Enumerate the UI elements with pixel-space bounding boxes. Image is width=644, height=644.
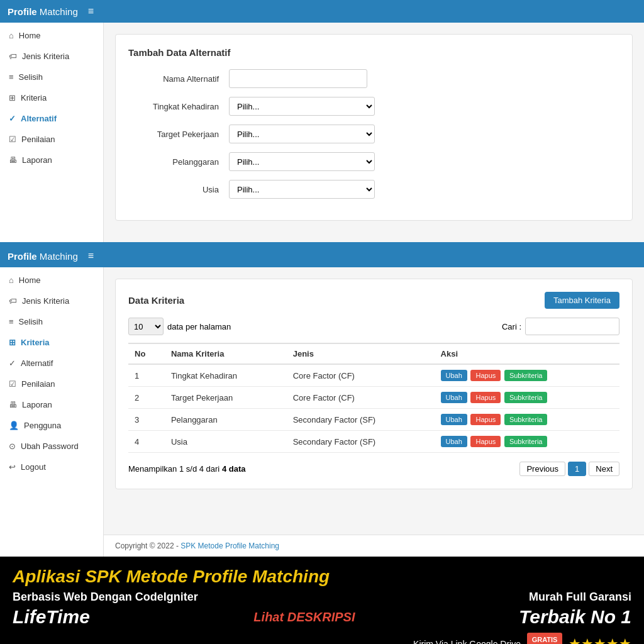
grid-icon-top: ⊞	[9, 93, 16, 103]
pagination-page-1[interactable]: 1	[568, 462, 586, 476]
label-pelanggaran: Pelanggaran	[128, 157, 229, 167]
cell-jenis: Core Factor (CF)	[287, 387, 435, 409]
cell-no: 4	[128, 431, 165, 453]
sidebar-item-home-top[interactable]: ⌂ Home	[0, 25, 103, 46]
table-controls-left: 10 data per halaman	[128, 318, 231, 335]
cell-aksi: Ubah Hapus Subkriteria	[435, 431, 619, 453]
banner-deskripsi[interactable]: Lihat DESKRIPSI	[253, 610, 355, 625]
sidebar-item-home-bottom[interactable]: ⌂ Home	[0, 270, 103, 291]
col-jenis: Jenis	[287, 343, 435, 364]
pagination-previous[interactable]: Previous	[519, 462, 565, 476]
bottom-section: Profile Matching ≡ ⌂ Home 🏷 Jenis Kriter…	[0, 245, 644, 557]
hamburger-top[interactable]: ≡	[88, 6, 94, 17]
home-icon-bottom: ⌂	[9, 275, 14, 285]
sidebar-item-selisih-bottom[interactable]: ≡ Selisih	[0, 311, 103, 332]
sidebar-item-alternatif-bottom[interactable]: ✓ Alternatif	[0, 353, 103, 374]
select-pelanggaran[interactable]: Pilih...	[229, 152, 375, 171]
tag-icon-bottom: 🏷	[9, 296, 17, 306]
sidebar-item-laporan-bottom[interactable]: 🖶 Laporan	[0, 394, 103, 415]
form-group-target: Target Pekerjaan Pilih...	[128, 125, 619, 143]
search-input[interactable]	[525, 318, 619, 335]
banner: Aplikasi SPK Metode Profile Matching Ber…	[0, 557, 644, 644]
bottom-app-container: ⌂ Home 🏷 Jenis Kriteria ≡ Selisih ⊞ Krit…	[0, 267, 644, 557]
checkbox-icon-bottom: ☑	[9, 379, 16, 389]
sidebar-item-kriteria-bottom[interactable]: ⊞ Kriteria	[0, 332, 103, 353]
subkriteria-button[interactable]: Subkriteria	[504, 436, 548, 447]
tambah-kriteria-button[interactable]: Tambah Kriteria	[545, 292, 619, 309]
pagination-next[interactable]: Next	[589, 462, 619, 476]
check-icon-top: ✓	[9, 114, 16, 123]
cell-aksi: Ubah Hapus Subkriteria	[435, 409, 619, 431]
cell-no: 3	[128, 409, 165, 431]
cell-no: 1	[128, 364, 165, 387]
cell-no: 2	[128, 387, 165, 409]
select-tingkat-kehadiran[interactable]: Pilih...	[229, 97, 375, 116]
table-row: 4 Usia Secondary Factor (SF) Ubah Hapus …	[128, 431, 619, 453]
banner-title: Aplikasi SPK Metode Profile Matching	[13, 567, 631, 587]
bottom-main-content: Data Kriteria Tambah Kriteria 10 data pe…	[104, 267, 644, 535]
sidebar-item-laporan-top[interactable]: 🖶 Laporan	[0, 150, 103, 170]
card-header: Data Kriteria Tambah Kriteria	[128, 292, 619, 309]
subkriteria-button[interactable]: Subkriteria	[504, 414, 548, 425]
cell-nama: Tingkat Kehadiran	[165, 364, 287, 387]
bottom-navbar: Profile Matching ≡	[0, 245, 644, 267]
ubah-button[interactable]: Ubah	[441, 414, 467, 425]
cell-jenis: Secondary Factor (SF)	[287, 431, 435, 453]
sidebar-item-penilaian-bottom[interactable]: ☑ Penilaian	[0, 374, 103, 394]
banner-row2: LifeTime Lihat DESKRIPSI Terbaik No 1	[13, 606, 631, 628]
home-icon-top: ⌂	[9, 31, 14, 40]
sidebar-item-jenis-kriteria-bottom[interactable]: 🏷 Jenis Kriteria	[0, 291, 103, 311]
select-usia[interactable]: Pilih...	[229, 180, 375, 199]
print-icon-top: 🖶	[9, 155, 17, 165]
subkriteria-button[interactable]: Subkriteria	[504, 370, 548, 381]
table-row: 2 Target Pekerjaan Core Factor (CF) Ubah…	[128, 387, 619, 409]
select-target-pekerjaan[interactable]: Pilih...	[229, 125, 375, 143]
ubah-button[interactable]: Ubah	[441, 392, 467, 403]
hamburger-bottom[interactable]: ≡	[88, 250, 94, 262]
top-navbar: Profile Matching ≡	[0, 0, 644, 23]
table-row: 1 Tingkat Kehadiran Core Factor (CF) Uba…	[128, 364, 619, 387]
list-icon-top: ≡	[9, 72, 14, 82]
banner-sub1-left: Berbasis Web Dengan CodeIgniter	[13, 591, 198, 604]
kriteria-table: No Nama Kriteria Jenis Aksi 1 Tingkat Ke…	[128, 343, 619, 453]
add-alternatif-card: Tambah Data Alternatif Nama Alternatif T…	[115, 34, 633, 221]
banner-kirim: Kirim Via Link Google Drive	[413, 639, 521, 644]
table-header-row: No Nama Kriteria Jenis Aksi	[128, 343, 619, 364]
bottom-main-wrapper: Data Kriteria Tambah Kriteria 10 data pe…	[104, 267, 644, 557]
sidebar-item-penilaian-top[interactable]: ☑ Penilaian	[0, 129, 103, 150]
data-kriteria-card: Data Kriteria Tambah Kriteria 10 data pe…	[115, 279, 633, 489]
user-icon-bottom: 👤	[9, 421, 19, 430]
form-group-usia: Usia Pilih...	[128, 180, 619, 199]
col-nama-kriteria: Nama Kriteria	[165, 343, 287, 364]
sidebar-item-alternatif-top[interactable]: ✓ Alternatif	[0, 108, 103, 129]
banner-lifetime: LifeTime	[13, 606, 90, 628]
form-group-pelanggaran: Pelanggaran Pilih...	[128, 152, 619, 171]
sidebar-item-pengguna-bottom[interactable]: 👤 Pengguna	[0, 415, 103, 436]
ubah-button[interactable]: Ubah	[441, 370, 467, 381]
data-kriteria-title: Data Kriteria	[128, 295, 184, 306]
per-page-label: data per halaman	[167, 322, 231, 331]
hapus-button[interactable]: Hapus	[470, 414, 501, 425]
subkriteria-button[interactable]: Subkriteria	[504, 392, 548, 403]
sidebar-item-jenis-kriteria-top[interactable]: 🏷 Jenis Kriteria	[0, 46, 103, 67]
hapus-button[interactable]: Hapus	[470, 392, 501, 403]
sidebar-item-logout[interactable]: ↩ Logout	[0, 457, 103, 477]
pagination: Previous 1 Next	[519, 462, 619, 476]
top-app-container: ⌂ Home 🏷 Jenis Kriteria ≡ Selisih ⊞ Krit…	[0, 23, 644, 242]
cell-jenis: Secondary Factor (SF)	[287, 409, 435, 431]
table-controls-right: Cari :	[502, 318, 619, 335]
sidebar-item-kriteria-top[interactable]: ⊞ Kriteria	[0, 87, 103, 108]
brand-top: Profile Matching	[8, 6, 78, 17]
ubah-button[interactable]: Ubah	[441, 436, 467, 447]
table-controls: 10 data per halaman Cari :	[128, 318, 619, 335]
col-no: No	[128, 343, 165, 364]
per-page-select[interactable]: 10	[128, 318, 164, 335]
copyright-link[interactable]: SPK Metode Profile Matching	[180, 541, 279, 550]
sidebar-item-selisih-top[interactable]: ≡ Selisih	[0, 67, 103, 87]
hapus-button[interactable]: Hapus	[470, 370, 501, 381]
cell-aksi: Ubah Hapus Subkriteria	[435, 387, 619, 409]
form-group-kehadiran: Tingkat Kehadiran Pilih...	[128, 97, 619, 116]
input-nama-alternatif[interactable]	[229, 69, 367, 88]
sidebar-item-ubah-password[interactable]: ⊙ Ubah Password	[0, 436, 103, 457]
hapus-button[interactable]: Hapus	[470, 436, 501, 447]
